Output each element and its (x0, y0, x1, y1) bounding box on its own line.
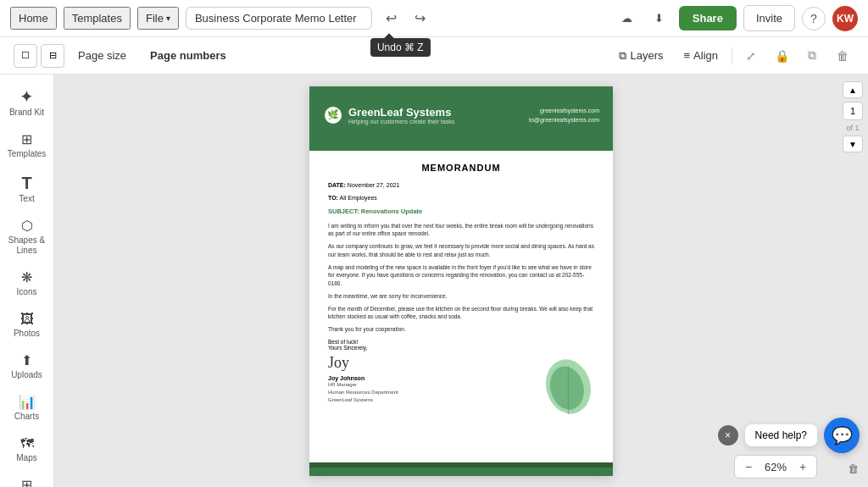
doc-green-bar (309, 144, 613, 151)
layers-button[interactable]: ⧉ Layers (612, 46, 670, 66)
chat-icon: 💬 (832, 425, 853, 445)
sidebar-item-maps[interactable]: 🗺 Maps (3, 430, 52, 470)
left-sidebar: ✦ Brand Kit ⊞ Templates T Text ⬡ Shapes … (0, 75, 54, 487)
layers-icon: ⧉ (619, 49, 626, 63)
sidebar-item-text[interactable]: T Text (3, 168, 52, 211)
doc-logo: 🌿 (325, 107, 342, 124)
undo-redo-group: ↩ ↪ Undo ⌘ Z (379, 6, 433, 31)
zoom-value: 62% (760, 461, 791, 473)
doc-footer-inner (309, 462, 613, 468)
separator (732, 47, 732, 64)
file-menu-button[interactable]: File ▾ (137, 7, 179, 30)
date-field: DATE: November 27, 2021 (328, 181, 594, 191)
contact-website: greenleafsystems.com (529, 105, 599, 114)
scroll-down-button[interactable]: ▼ (843, 136, 863, 152)
contact-email: to@greenleafsystems.com (529, 115, 599, 125)
templates-button[interactable]: Templates (64, 7, 131, 30)
copy-icon[interactable]: ⧉ (800, 44, 824, 68)
para2: As our company continues to grow, we fee… (328, 242, 594, 259)
company-name: GreenLeaf Systems (348, 106, 454, 119)
document-page: 🌿 GreenLeaf Systems Helping our customer… (309, 86, 613, 476)
avatar[interactable]: KW (832, 6, 858, 31)
doc-header-right: greenleafsystems.com to@greenleafsystems… (529, 105, 599, 124)
subject-field: SUBJECT: Renovations Update (328, 208, 594, 215)
doc-header: 🌿 GreenLeaf Systems Helping our customer… (309, 86, 613, 144)
secondbar: ☐ ⊟ Page size Page numbers ⧉ Layers ≡ Al… (0, 37, 868, 75)
to-field: TO: All Employees (328, 194, 594, 203)
scroll-up-button[interactable]: ▲ (843, 81, 863, 98)
canvas-area[interactable]: 🌿 GreenLeaf Systems Helping our customer… (54, 75, 868, 487)
page-of: of 1 (846, 124, 859, 132)
resize-icon[interactable]: ⤢ (739, 44, 763, 68)
page-numbers-button[interactable]: Page numbers (140, 44, 236, 67)
delete-icon[interactable]: 🗑 (831, 44, 854, 68)
para4: In the meantime, we are sorry for inconv… (328, 292, 594, 301)
maps-icon: 🗺 (20, 437, 34, 451)
align-icon: ≡ (683, 49, 690, 62)
share-button[interactable]: Share (679, 6, 737, 30)
sidebar-item-photos[interactable]: 🖼 Photos (3, 306, 52, 346)
main-area: ✦ Brand Kit ⊞ Templates T Text ⬡ Shapes … (0, 75, 868, 487)
templates-icon: ⊞ (21, 133, 32, 147)
home-button[interactable]: Home (10, 7, 57, 30)
para1: I am writing to inform you that over the… (328, 222, 594, 239)
shapes-icon: ⬡ (21, 219, 33, 233)
doc-company-info: GreenLeaf Systems Helping our customers … (348, 106, 454, 125)
undo-button[interactable]: ↩ (379, 6, 404, 31)
charts-icon: 📊 (19, 396, 36, 409)
para5: For the month of December, please use th… (328, 305, 594, 322)
text-icon: T (21, 174, 31, 191)
checkbox-icon[interactable]: ☐ (14, 44, 37, 68)
para6: Thank you for your cooperation. (328, 325, 594, 334)
zoom-controls: − 62% + (734, 455, 817, 479)
help-chat-button[interactable]: 💬 (824, 418, 860, 453)
undo-tooltip: Undo ⌘ Z (370, 38, 431, 57)
download-icon[interactable]: ⬇ (647, 6, 672, 31)
icons-icon: ❋ (21, 271, 32, 285)
photos-icon: 🖼 (20, 313, 34, 326)
sidebar-item-qrcode[interactable]: ⊞ QR Code (3, 472, 52, 487)
sidebar-item-icons[interactable]: ❋ Icons (3, 264, 52, 304)
topbar: Home Templates File ▾ ↩ ↪ Undo ⌘ Z ☁ ⬇ S… (0, 0, 868, 37)
zoom-decrease-button[interactable]: − (740, 458, 757, 475)
remove-page-icon[interactable]: 🗑 (841, 457, 865, 480)
company-tagline: Helping our customers create their tasks (348, 119, 454, 125)
redo-button[interactable]: ↪ (408, 6, 433, 31)
help-close-button[interactable]: × (718, 425, 738, 445)
page-size-button[interactable]: Page size (68, 44, 136, 67)
help-bubble: × Need help? 💬 (718, 418, 860, 453)
document-title-input[interactable] (186, 7, 372, 30)
topbar-right: ☁ ⬇ Share Invite ? KW (615, 5, 858, 31)
qrcode-icon: ⊞ (21, 479, 32, 487)
brand-kit-icon: ✦ (19, 88, 34, 105)
secondbar-right: ⧉ Layers ≡ Align ⤢ 🔒 ⧉ 🗑 (612, 44, 854, 68)
leaf-icon: 🌿 (327, 109, 339, 120)
grid-icon[interactable]: ⊟ (41, 44, 64, 68)
lock-icon[interactable]: 🔒 (770, 44, 793, 68)
sidebar-item-shapes[interactable]: ⬡ Shapes & Lines (3, 213, 52, 263)
help-button[interactable]: ? (802, 7, 826, 30)
help-text: Need help? (745, 424, 817, 446)
align-button[interactable]: ≡ Align (676, 46, 725, 65)
sidebar-item-charts[interactable]: 📊 Charts (3, 389, 52, 429)
uploads-icon: ⬆ (21, 354, 32, 368)
memo-title: MEMORANDUM (328, 163, 594, 173)
sidebar-item-brand-kit[interactable]: ✦ Brand Kit (3, 81, 52, 125)
doc-footer (309, 462, 613, 476)
zoom-increase-button[interactable]: + (794, 458, 811, 475)
para3: A map and modeling of the new space is a… (328, 263, 594, 288)
sidebar-item-templates[interactable]: ⊞ Templates (3, 126, 52, 166)
leaf-watermark (541, 358, 596, 425)
page-current: 1 (843, 102, 863, 120)
chevron-down-icon: ▾ (166, 14, 170, 23)
sidebar-item-uploads[interactable]: ⬆ Uploads (3, 347, 52, 387)
invite-button[interactable]: Invite (743, 5, 795, 31)
cloud-save-icon[interactable]: ☁ (615, 6, 640, 31)
